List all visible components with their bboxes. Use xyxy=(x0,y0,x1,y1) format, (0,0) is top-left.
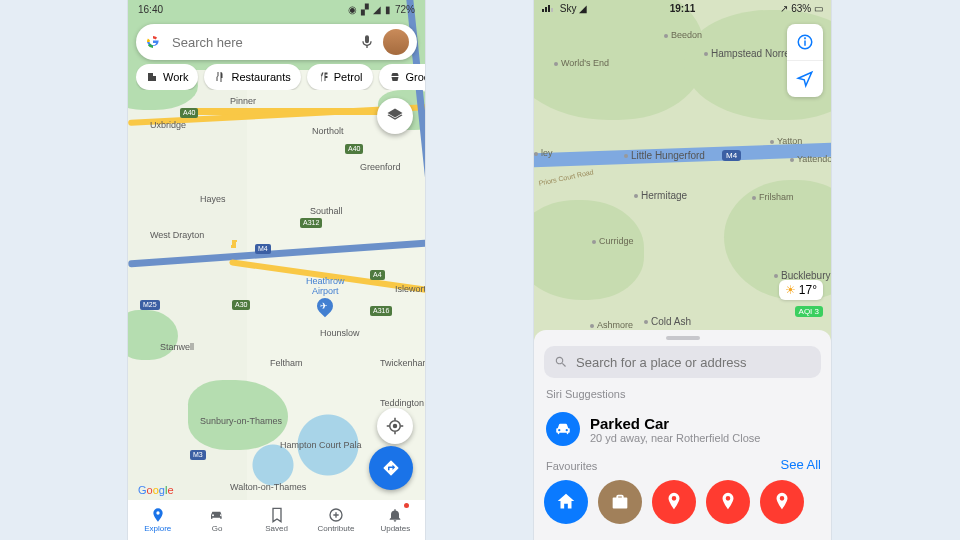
favourite-pin-2[interactable] xyxy=(706,480,750,524)
road-shield: A4 xyxy=(370,270,385,280)
parked-car-title: Parked Car xyxy=(590,415,760,432)
signal-icon: ▞ xyxy=(361,4,369,15)
town-label: Frilsham xyxy=(752,192,794,202)
weather-badge[interactable]: ☀ 17° AQI 3 xyxy=(779,280,824,318)
city-label: Stanwell xyxy=(160,342,194,352)
nav-go[interactable]: Go xyxy=(187,500,246,540)
aqi-badge: AQI 3 xyxy=(795,306,823,317)
city-label: Hounslow xyxy=(320,328,360,338)
search-bar[interactable] xyxy=(136,24,417,60)
city-label: Walton-on-Thames xyxy=(230,482,306,492)
wifi-icon: ◢ xyxy=(579,3,587,14)
location-arrow-icon: ↗ xyxy=(780,3,788,14)
sun-icon: ☀ xyxy=(785,283,796,297)
chip-restaurants[interactable]: Restaurants xyxy=(204,64,300,90)
nav-saved[interactable]: Saved xyxy=(247,500,306,540)
city-label: Teddington xyxy=(380,398,424,408)
nav-updates[interactable]: Updates xyxy=(366,500,425,540)
road-shield: M25 xyxy=(140,300,160,310)
siri-suggestions-header: Siri Suggestions xyxy=(546,388,819,400)
parked-car-subtitle: 20 yd away, near Rotherfield Close xyxy=(590,432,760,444)
road-shield: A40 xyxy=(345,144,363,154)
info-button[interactable] xyxy=(787,24,823,61)
parked-car-suggestion[interactable]: Parked Car 20 yd away, near Rotherfield … xyxy=(544,406,821,452)
city-label: Greenford xyxy=(360,162,401,172)
heathrow-airport-label[interactable]: Heathrow Airport xyxy=(306,276,345,314)
svg-point-1 xyxy=(394,425,397,428)
android-status-bar: 16:40 ◉ ▞ ◢ ▮ 72% xyxy=(128,0,425,18)
search-sheet[interactable]: Siri Suggestions Parked Car 20 yd away, … xyxy=(534,330,831,540)
see-all-link[interactable]: See All xyxy=(781,457,821,472)
favourites-header: Favourites xyxy=(546,460,597,472)
status-time: 16:40 xyxy=(138,4,163,15)
favourite-home[interactable] xyxy=(544,480,588,524)
nav-contribute[interactable]: Contribute xyxy=(306,500,365,540)
m4-road-shield: M4 xyxy=(722,150,741,161)
ios-status-bar: Sky ◢ 19:11 ↗ 63% ▭ xyxy=(534,0,831,16)
road-shield: A316 xyxy=(370,306,392,316)
city-label: Hayes xyxy=(200,194,226,204)
town-label: Beedon xyxy=(664,30,702,40)
layers-button[interactable] xyxy=(377,98,413,134)
tracking-button[interactable] xyxy=(787,61,823,97)
city-label: West Drayton xyxy=(150,230,204,240)
chip-petrol[interactable]: Petrol xyxy=(307,64,373,90)
city-label: Feltham xyxy=(270,358,303,368)
battery-percent: 63% xyxy=(791,3,811,14)
notification-dot xyxy=(404,503,409,508)
city-label: Hampton Court Pala xyxy=(280,440,362,450)
profile-avatar[interactable] xyxy=(383,29,409,55)
road-name-label: Priors Court Road xyxy=(538,168,594,186)
town-label: Ashmore xyxy=(590,320,633,330)
city-label: Uxbridge xyxy=(150,120,186,130)
car-icon xyxy=(546,412,580,446)
town-label: Yattendon xyxy=(790,154,831,164)
wifi-icon: ◢ xyxy=(373,4,381,15)
city-label: Southall xyxy=(310,206,343,216)
favourite-work[interactable] xyxy=(598,480,642,524)
road-shield: M4 xyxy=(255,244,271,254)
favourites-row xyxy=(544,480,821,524)
town-label: Curridge xyxy=(592,236,634,246)
chip-work[interactable]: Work xyxy=(136,64,198,90)
map-controls xyxy=(787,24,823,97)
signal-bars-icon xyxy=(542,5,553,12)
my-location-button[interactable] xyxy=(377,408,413,444)
town-label: Little Hungerford xyxy=(624,150,705,161)
town-label: Yatton xyxy=(770,136,802,146)
search-icon xyxy=(554,355,568,369)
svg-point-5 xyxy=(805,38,806,39)
chip-groce[interactable]: Groce xyxy=(379,64,425,90)
favourite-pin-3[interactable] xyxy=(760,480,804,524)
nav-explore[interactable]: Explore xyxy=(128,500,187,540)
mic-icon[interactable] xyxy=(359,34,375,50)
town-label: Hampstead Norreys xyxy=(704,48,800,59)
city-label: Northolt xyxy=(312,126,344,136)
town-label: Hermitage xyxy=(634,190,687,201)
google-logo-icon xyxy=(144,33,162,51)
city-label: Sunbury-on-Thames xyxy=(200,416,282,426)
favourite-pin-1[interactable] xyxy=(652,480,696,524)
apple-maps-screen: M4 Priors Court Road ley BeedonWorld's E… xyxy=(534,0,831,540)
search-input[interactable] xyxy=(170,34,359,51)
location-dot-icon: ◉ xyxy=(348,4,357,15)
carrier-label: Sky xyxy=(560,3,577,14)
google-maps-screen: PinnerUxbridgeNortholtGreenfordHayesSout… xyxy=(128,0,425,540)
road-shield: A40 xyxy=(180,108,198,118)
town-label: ley xyxy=(534,148,553,158)
bottom-nav: ExploreGoSavedContributeUpdates xyxy=(128,500,425,540)
city-label: Pinner xyxy=(230,96,256,106)
city-label: Twickenham xyxy=(380,358,425,368)
sheet-search-input[interactable] xyxy=(574,354,811,371)
google-attribution: Google xyxy=(138,484,174,496)
road-shield: A312 xyxy=(300,218,322,228)
battery-icon: ▮ xyxy=(385,4,391,15)
sheet-search-bar[interactable] xyxy=(544,346,821,378)
town-label: Cold Ash xyxy=(644,316,691,327)
directions-button[interactable] xyxy=(369,446,413,490)
category-chips-row[interactable]: WorkRestaurantsPetrolGroce xyxy=(136,64,425,90)
town-label: World's End xyxy=(554,58,609,68)
sheet-grabber[interactable] xyxy=(666,336,700,340)
status-time: 19:11 xyxy=(670,3,696,14)
battery-percent: 72% xyxy=(395,4,415,15)
